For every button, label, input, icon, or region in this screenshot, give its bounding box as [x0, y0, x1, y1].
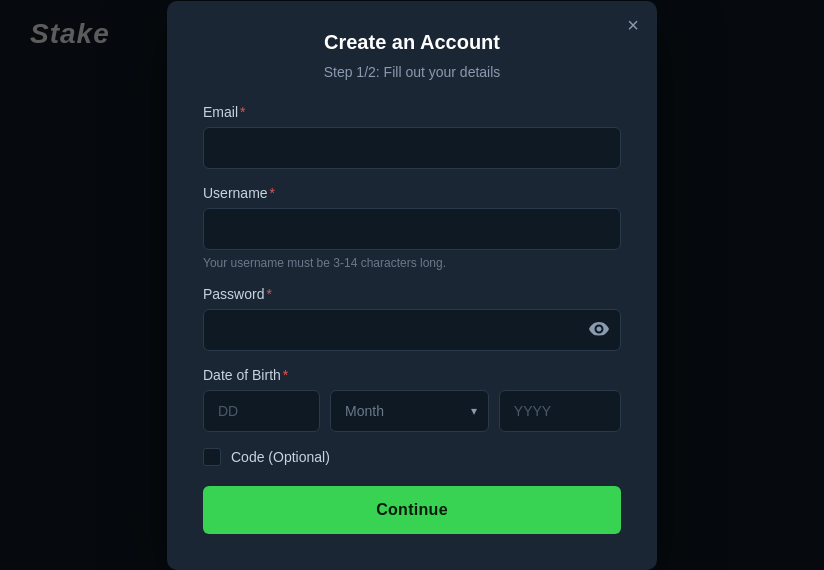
email-input[interactable]: [203, 127, 621, 169]
eye-icon: [589, 319, 609, 340]
modal-overlay: × Create an Account Step 1/2: Fill out y…: [0, 0, 824, 570]
modal-subtitle: Step 1/2: Fill out your details: [203, 64, 621, 80]
dob-required-star: *: [283, 367, 288, 383]
password-group: Password*: [203, 286, 621, 351]
close-button[interactable]: ×: [627, 15, 639, 35]
dob-label: Date of Birth*: [203, 367, 621, 383]
username-helper: Your username must be 3-14 characters lo…: [203, 256, 621, 270]
username-required-star: *: [270, 185, 275, 201]
username-input[interactable]: [203, 208, 621, 250]
modal: × Create an Account Step 1/2: Fill out y…: [167, 1, 657, 570]
email-label: Email*: [203, 104, 621, 120]
password-label: Password*: [203, 286, 621, 302]
email-required-star: *: [240, 104, 245, 120]
password-wrapper: [203, 309, 621, 351]
dob-dd-wrapper: [203, 390, 320, 432]
password-toggle-button[interactable]: [589, 319, 609, 340]
username-group: Username* Your username must be 3-14 cha…: [203, 185, 621, 270]
username-label: Username*: [203, 185, 621, 201]
continue-button[interactable]: Continue: [203, 486, 621, 534]
code-optional-row: Code (Optional): [203, 448, 621, 466]
password-required-star: *: [266, 286, 271, 302]
password-input[interactable]: [203, 309, 621, 351]
modal-title: Create an Account: [203, 31, 621, 54]
dob-month-wrapper: Month JanuaryFebruaryMarchAprilMayJuneJu…: [330, 390, 489, 432]
dob-group: Date of Birth* Month JanuaryFebruaryMarc…: [203, 367, 621, 432]
dob-year-input[interactable]: [499, 390, 621, 432]
dob-day-input[interactable]: [203, 390, 320, 432]
code-optional-checkbox[interactable]: [203, 448, 221, 466]
code-optional-label: Code (Optional): [231, 449, 330, 465]
email-group: Email*: [203, 104, 621, 169]
dob-row: Month JanuaryFebruaryMarchAprilMayJuneJu…: [203, 390, 621, 432]
dob-year-wrapper: [499, 390, 621, 432]
dob-month-select[interactable]: Month JanuaryFebruaryMarchAprilMayJuneJu…: [330, 390, 489, 432]
